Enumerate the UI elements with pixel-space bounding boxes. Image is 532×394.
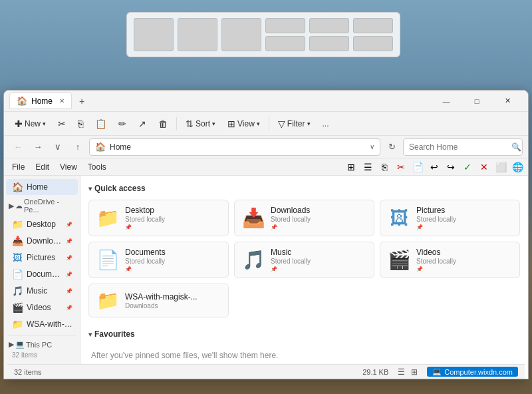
qa-desktop-pin: 📌	[125, 224, 221, 230]
thumb-1[interactable]	[134, 18, 174, 51]
tab-close-button[interactable]: ✕	[59, 97, 65, 104]
qa-scissors-icon[interactable]: ✂	[393, 159, 409, 175]
qa-pictures-name: Pictures	[416, 206, 513, 215]
qa-card-desktop[interactable]: 📁 Desktop Stored locally 📌	[88, 200, 229, 236]
quick-access-header[interactable]: ▾ Quick access	[88, 181, 520, 196]
delete-button[interactable]: 🗑	[153, 116, 173, 132]
menu-view[interactable]: View	[55, 160, 82, 174]
title-bar-left: 🏠 Home ✕ +	[9, 93, 431, 109]
paste-button[interactable]: 📋	[90, 116, 112, 132]
thumb-5a[interactable]	[309, 18, 349, 33]
thumb-4b[interactable]	[265, 36, 305, 51]
share-button[interactable]: ↗	[133, 116, 152, 132]
qa-downloads-info: Downloads Stored locally 📌	[271, 206, 367, 230]
qa-undo-icon[interactable]: ↩	[426, 159, 442, 175]
active-tab[interactable]: 🏠 Home ✕	[9, 93, 72, 109]
minimize-button[interactable]: —	[431, 91, 462, 112]
qa-globe-icon[interactable]: 🌐	[509, 159, 525, 175]
sidebar-onedrive-expand[interactable]: ▶ ☁ OneDrive - Pe...	[6, 196, 78, 216]
favourites-header[interactable]: ▾ Favourites	[88, 327, 520, 341]
new-tab-button[interactable]: +	[74, 94, 89, 108]
view-button[interactable]: ⊞ View ▾	[222, 116, 265, 132]
qa-x-icon[interactable]: ✕	[476, 159, 492, 175]
qa-paste-icon[interactable]: 📄	[410, 159, 426, 175]
sidebar-item-desktop[interactable]: 📁 Desktop 📌	[6, 216, 78, 232]
menu-edit[interactable]: Edit	[30, 160, 55, 174]
qa-wsa-name: WSA-with-magisk-...	[125, 292, 221, 301]
sidebar-item-documents[interactable]: 📄 Documents 📌	[6, 266, 78, 282]
qa-check-icon[interactable]: ✓	[460, 159, 475, 175]
forward-button[interactable]: →	[29, 138, 47, 156]
nav-dropdown-button[interactable]: ∨	[49, 138, 66, 156]
qa-copy-icon[interactable]: ⎘	[376, 159, 392, 175]
filter-chevron-icon: ▾	[307, 120, 311, 127]
back-button[interactable]: ←	[9, 138, 27, 156]
qa-card-documents[interactable]: 📄 Documents Stored locally 📌	[88, 242, 229, 278]
thispc-count: 32 items	[4, 351, 80, 361]
qa-music-pin: 📌	[271, 266, 367, 272]
copy-button[interactable]: ⎘	[72, 116, 88, 132]
qa-videos-pin: 📌	[416, 266, 513, 272]
cut-button[interactable]: ✂	[53, 116, 71, 132]
qa-documents-name: Documents	[125, 248, 221, 257]
qa-card-pictures[interactable]: 🖼 Pictures Stored locally 📌	[380, 200, 520, 236]
sidebar-item-wsa[interactable]: 📁 WSA-with-ma...	[6, 316, 78, 332]
more-button[interactable]: ...	[317, 116, 334, 131]
sidebar-thispc-expand[interactable]: ▶ 💻 This PC	[6, 338, 78, 351]
qa-grid-icon[interactable]: ⊞	[343, 159, 359, 175]
pictures-pin-icon: 📌	[66, 255, 72, 261]
quick-access-grid: 📁 Desktop Stored locally 📌 📥 Downloads S…	[88, 200, 520, 317]
sort-button[interactable]: ⇅ Sort ▾	[180, 116, 221, 132]
thumb-6-group	[353, 18, 393, 51]
videos-sidebar-icon: 🎬	[11, 302, 23, 313]
pictures-sidebar-icon: 🖼	[11, 252, 23, 263]
qa-card-music[interactable]: 🎵 Music Stored locally 📌	[234, 242, 374, 278]
sidebar-videos-label: Videos	[27, 303, 63, 312]
taskbar-thumbnails	[126, 12, 400, 57]
rename-button[interactable]: ✏	[113, 116, 132, 132]
sidebar-onedrive-label: OneDrive - Pe...	[24, 198, 75, 214]
sidebar-item-pictures[interactable]: 🖼 Pictures 📌	[6, 250, 78, 266]
thumb-6a[interactable]	[353, 18, 393, 33]
view-chevron-icon: ▾	[257, 120, 260, 127]
search-input[interactable]	[409, 142, 509, 152]
qa-card-videos[interactable]: 🎬 Videos Stored locally 📌	[380, 242, 520, 278]
thumb-6b[interactable]	[353, 36, 393, 51]
qa-redo-icon[interactable]: ↪	[443, 159, 459, 175]
sort-icon: ⇅	[186, 118, 194, 129]
qa-documents-pin: 📌	[125, 266, 221, 272]
grid-view-icon[interactable]: ⊞	[408, 366, 420, 378]
filter-button[interactable]: ▽ Filter ▾	[273, 116, 316, 132]
qa-properties-icon[interactable]: ⬜	[493, 159, 509, 175]
maximize-button[interactable]: □	[462, 91, 492, 112]
qa-detail-icon[interactable]: ☰	[360, 159, 376, 175]
quick-access-toolbar-icons: ⊞ ☰ ⎘ ✂ 📄 ↩ ↪ ✓ ✕ ⬜ 🌐	[343, 159, 525, 175]
thumb-5b[interactable]	[309, 36, 349, 51]
new-icon: ✚	[15, 118, 23, 129]
qa-card-wsa[interactable]: 📁 WSA-with-magisk-... Downloads	[88, 284, 229, 317]
thumb-3[interactable]	[221, 18, 261, 51]
qa-card-downloads[interactable]: 📥 Downloads Stored locally 📌	[234, 200, 374, 236]
sidebar-music-label: Music	[27, 286, 63, 296]
qa-wsa-info: WSA-with-magisk-... Downloads	[125, 292, 221, 309]
refresh-button[interactable]: ↻	[383, 138, 400, 156]
thumb-2[interactable]	[178, 18, 217, 51]
menu-file[interactable]: File	[7, 160, 30, 174]
menu-tools[interactable]: Tools	[82, 160, 112, 174]
up-button[interactable]: ↑	[69, 138, 86, 156]
sidebar-item-home[interactable]: 🏠 Home	[6, 179, 78, 195]
share-icon: ↗	[138, 118, 146, 129]
search-box[interactable]: 🔍	[403, 138, 523, 156]
address-bar[interactable]: 🏠 Home ∨	[89, 138, 380, 156]
music-pin-icon: 📌	[66, 288, 72, 294]
new-button[interactable]: ✚ New ▾	[9, 116, 51, 132]
thumb-4a[interactable]	[265, 18, 305, 33]
sidebar-item-music[interactable]: 🎵 Music 📌	[6, 283, 78, 299]
qa-pictures-sub: Stored locally	[416, 216, 513, 223]
sort-chevron-icon: ▾	[212, 120, 215, 127]
sidebar-item-downloads[interactable]: 📥 Downloads 📌	[6, 233, 78, 249]
list-view-icon[interactable]: ☰	[395, 366, 407, 378]
close-button[interactable]: ✕	[492, 91, 523, 112]
qa-desktop-name: Desktop	[125, 206, 221, 215]
sidebar-item-videos[interactable]: 🎬 Videos 📌	[6, 299, 78, 315]
